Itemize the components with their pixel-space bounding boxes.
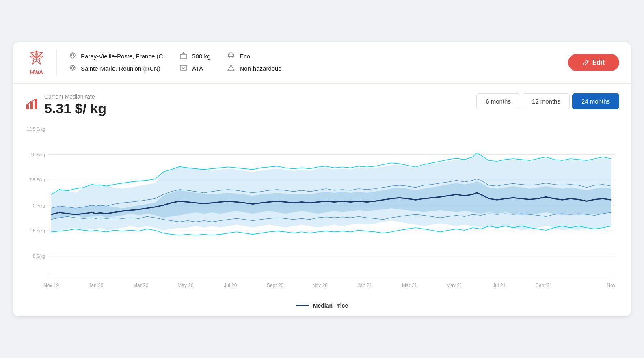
svg-text:May 21: May 21 — [446, 283, 462, 288]
svg-text:Sept 21: Sept 21 — [536, 283, 553, 288]
svg-text:Jan 20: Jan 20 — [89, 283, 103, 288]
rate-value: 5.31 $/ kg — [44, 101, 106, 116]
svg-point-4 — [183, 52, 184, 53]
rate-info: Current Median rate 5.31 $/ kg — [25, 93, 106, 116]
svg-text:Mar 21: Mar 21 — [402, 283, 417, 288]
svg-rect-3 — [180, 54, 187, 59]
weight-text: 500 kg — [192, 53, 210, 60]
destination-icon — [69, 64, 77, 73]
btn-12months[interactable]: 12 months — [523, 93, 570, 109]
grade-text: Eco — [240, 53, 250, 60]
destination-item: Sainte-Marie, Reunion (RUN) — [69, 64, 163, 73]
chart-legend: Median Price — [25, 298, 619, 316]
svg-text:Jul 20: Jul 20 — [224, 283, 237, 288]
svg-text:7.5 $/kg: 7.5 $/kg — [29, 177, 45, 182]
service-text: ATA — [192, 65, 203, 72]
svg-text:Jan 21: Jan 21 — [357, 283, 372, 288]
svg-text:Sept 20: Sept 20 — [267, 283, 284, 288]
header: HWA Paray-Vieille-Poste, France (C — [13, 42, 631, 84]
btn-6months[interactable]: 6 months — [476, 93, 520, 109]
edit-button[interactable]: Edit — [568, 54, 619, 71]
destination-text: Sainte-Marie, Reunion (RUN) — [81, 65, 160, 72]
service-icon — [179, 64, 188, 73]
svg-text:0 $/kg: 0 $/kg — [33, 253, 45, 258]
logo-label: HWA — [30, 69, 43, 75]
main-card: HWA Paray-Vieille-Poste, France (C — [13, 42, 631, 316]
svg-point-8 — [231, 69, 232, 70]
origin-text: Paray-Vieille-Poste, France (C — [81, 53, 163, 60]
weight-item: 500 kg — [179, 52, 210, 61]
svg-text:12.5 $/kg: 12.5 $/kg — [27, 127, 45, 132]
route-section: Paray-Vieille-Poste, France (C Sainte-Ma… — [69, 52, 163, 73]
extra-section: Eco Non-hazardous — [227, 52, 568, 73]
hazard-text: Non-hazardous — [240, 65, 281, 72]
chart-top: Current Median rate 5.31 $/ kg 6 months … — [25, 93, 619, 116]
edit-label: Edit — [592, 59, 605, 66]
chart-svg: 12.5 $/kg 10 $/kg 7.5 $/kg 5 $/kg 2.5 $/… — [25, 123, 619, 298]
svg-text:Nov 20: Nov 20 — [312, 283, 328, 288]
svg-rect-9 — [26, 104, 29, 109]
specs-section: 500 kg ATA — [179, 52, 210, 73]
chart-area: 12.5 $/kg 10 $/kg 7.5 $/kg 5 $/kg 2.5 $/… — [25, 123, 619, 298]
origin-item: Paray-Vieille-Poste, France (C — [69, 52, 163, 61]
svg-text:10 $/kg: 10 $/kg — [30, 152, 45, 157]
rate-label: Current Median rate — [44, 93, 106, 100]
time-buttons: 6 months 12 months 24 months — [476, 93, 619, 109]
svg-rect-11 — [35, 99, 37, 109]
logo-section: HWA — [25, 50, 57, 75]
svg-point-0 — [71, 54, 74, 56]
grade-icon — [227, 52, 236, 61]
service-item: ATA — [179, 64, 210, 73]
airplane-icon — [28, 50, 45, 68]
svg-rect-10 — [30, 101, 33, 109]
rate-text-block: Current Median rate 5.31 $/ kg — [44, 93, 106, 116]
svg-text:Nov: Nov — [607, 283, 616, 288]
hazard-icon — [227, 64, 236, 73]
hazard-item: Non-hazardous — [227, 64, 568, 73]
btn-24months[interactable]: 24 months — [572, 93, 619, 109]
origin-icon — [69, 52, 77, 61]
rate-chart-icon — [25, 96, 39, 114]
svg-text:5 $/kg: 5 $/kg — [33, 203, 45, 207]
legend-line-symbol — [296, 305, 309, 306]
svg-text:Mar 20: Mar 20 — [133, 283, 149, 288]
grade-item: Eco — [227, 52, 568, 61]
svg-text:Nov 19: Nov 19 — [43, 283, 59, 288]
weight-icon — [179, 52, 188, 61]
svg-text:2.5 $/kg: 2.5 $/kg — [29, 228, 45, 233]
svg-point-1 — [71, 67, 74, 69]
svg-text:May 20: May 20 — [177, 283, 194, 288]
legend-label: Median Price — [313, 302, 348, 309]
chart-section: Current Median rate 5.31 $/ kg 6 months … — [13, 84, 631, 316]
svg-text:Jul 21: Jul 21 — [493, 283, 506, 288]
